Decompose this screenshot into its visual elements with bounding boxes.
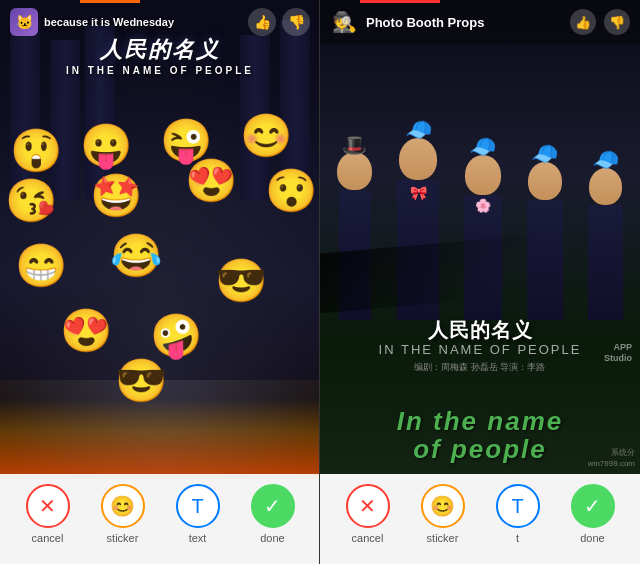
emoji-2: 😛 [80, 125, 132, 167]
done-label-right: done [580, 532, 604, 544]
done-button-right[interactable]: ✓ done [571, 484, 615, 544]
left-header-title: because it is Wednesday [44, 16, 242, 28]
app-icon-left: 🐱 [10, 8, 38, 36]
cancel-button-right[interactable]: ✕ cancel [346, 484, 390, 544]
face-1 [337, 152, 372, 190]
cancel-icon-right[interactable]: ✕ [346, 484, 390, 528]
cancel-icon-left[interactable]: ✕ [26, 484, 70, 528]
hat-1: 🎩 [342, 133, 367, 157]
cancel-label-right: cancel [352, 532, 384, 544]
right-title-area: 人民的名义 IN THE NAME OF PEOPLE 编剧：周梅森 孙磊岳 导… [320, 308, 640, 384]
credits-text: 编剧：周梅森 孙磊岳 导演：李路 [330, 361, 630, 374]
text-label-right: t [516, 532, 519, 544]
face-3 [465, 155, 501, 195]
english-subtitle-right: IN THE NAME OF PEOPLE [330, 342, 630, 357]
thumb-up-button-right[interactable]: 👍 [570, 9, 596, 35]
green-title-line1: In the name [335, 407, 625, 436]
cancel-button-left[interactable]: ✕ cancel [26, 484, 70, 544]
text-icon-left[interactable]: T [176, 484, 220, 528]
bowtie-2: 🎀 [397, 180, 439, 201]
emoji-7: 😍 [185, 160, 237, 202]
app-watermark: APPStudio [604, 342, 632, 364]
sticker-icon-left[interactable]: 😊 [101, 484, 145, 528]
panel-divider [319, 0, 320, 564]
chinese-title-right: 人民的名义 [330, 318, 630, 342]
hat-5: 🧢 [592, 147, 619, 173]
emoji-overlay: 😲 😛 😜 😊 😘 🤩 😍 😯 😁 😂 😎 😍 🤪 😎 [0, 60, 320, 440]
left-header: 🐱 because it is Wednesday 👍 👎 [0, 0, 320, 44]
flower-3: 🌸 [464, 195, 502, 213]
sticker-button-right[interactable]: 😊 sticker [421, 484, 465, 544]
right-panel: 🕵️ Photo Booth Props 👍 👎 🎩 🧢 🎀 🧢 🌸 [320, 0, 640, 564]
top-indicator-bar-right [360, 0, 440, 3]
emoji-12: 😍 [60, 310, 112, 352]
left-panel: 🐱 because it is Wednesday 👍 👎 人民的名义 IN T… [0, 0, 320, 564]
done-button-left[interactable]: ✓ done [251, 484, 295, 544]
cancel-label-left: cancel [32, 532, 64, 544]
sticker-label-left: sticker [107, 532, 139, 544]
thumb-down-button-left[interactable]: 👎 [282, 8, 310, 36]
text-button-left[interactable]: T text [176, 484, 220, 544]
app-icon-right: 🕵️ [330, 8, 358, 36]
face-5 [589, 168, 622, 205]
done-icon-left[interactable]: ✓ [251, 484, 295, 528]
emoji-5: 😘 [5, 180, 57, 222]
corner-watermark: 系统分 win7999.com [588, 448, 635, 469]
watermark-text: APPStudio [604, 342, 632, 364]
left-bottom-toolbar: ✕ cancel 😊 sticker T text ✓ done [0, 474, 320, 564]
sticker-label-right: sticker [427, 532, 459, 544]
text-button-right[interactable]: T t [496, 484, 540, 544]
emoji-1: 😲 [10, 130, 62, 172]
emoji-11: 😎 [215, 260, 267, 302]
emoji-10: 😂 [110, 235, 162, 277]
mustache-icon: 🕵️ [332, 10, 357, 34]
right-bottom-toolbar: ✕ cancel 😊 sticker T t ✓ done [320, 474, 640, 564]
hat-3: 🧢 [469, 134, 496, 160]
emoji-9: 😁 [15, 245, 67, 287]
emoji-8: 😯 [265, 170, 317, 212]
text-icon-right[interactable]: T [496, 484, 540, 528]
hat-4: 🧢 [531, 141, 558, 167]
done-icon-right[interactable]: ✓ [571, 484, 615, 528]
done-label-left: done [260, 532, 284, 544]
text-label-left: text [189, 532, 207, 544]
thumb-up-button-left[interactable]: 👍 [248, 8, 276, 36]
left-toolbar-buttons: ✕ cancel 😊 sticker T text ✓ done [0, 474, 320, 546]
face-4 [528, 162, 562, 200]
sticker-button-left[interactable]: 😊 sticker [101, 484, 145, 544]
face-2 [399, 138, 437, 180]
right-header-title: Photo Booth Props [366, 15, 562, 30]
sticker-icon-right[interactable]: 😊 [421, 484, 465, 528]
emoji-14: 😎 [115, 360, 167, 402]
thumb-down-button-right[interactable]: 👎 [604, 9, 630, 35]
emoji-3: 😜 [160, 120, 212, 162]
hat-2: 🧢 [405, 117, 432, 143]
emoji-6: 🤩 [90, 175, 142, 217]
green-title-line2: of people [335, 435, 625, 464]
top-indicator-bar-left [80, 0, 140, 3]
right-toolbar-buttons: ✕ cancel 😊 sticker T t ✓ done [320, 474, 640, 546]
right-header: 🕵️ Photo Booth Props 👍 👎 [320, 0, 640, 44]
emoji-13: 🤪 [150, 315, 202, 357]
emoji-4: 😊 [240, 115, 292, 157]
